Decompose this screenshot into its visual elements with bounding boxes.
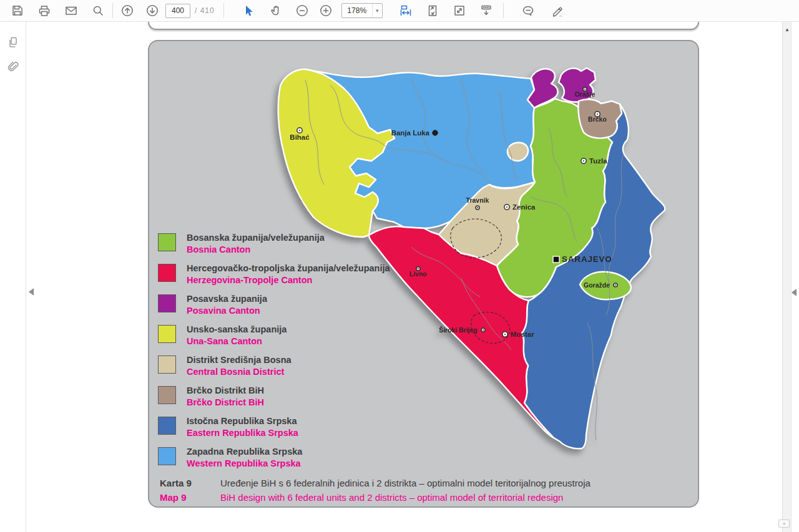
minus-circle-icon bbox=[295, 4, 309, 17]
toolbar-separator bbox=[503, 3, 504, 18]
city-marker-center bbox=[615, 284, 616, 286]
map-figure-panel: BihaćBanja LukaOrašjeBrčkoTuzlaTravnikZe… bbox=[148, 40, 699, 508]
legend-label-en: Western Republika Srpska bbox=[187, 458, 302, 470]
zoom-level-value: 178% bbox=[342, 6, 372, 15]
collapse-arrow-right[interactable] bbox=[792, 289, 797, 296]
fit-width-icon bbox=[399, 4, 413, 17]
email-icon bbox=[64, 4, 78, 17]
legend-row: Unsko-sanska županijaUna-Sana Canton bbox=[158, 324, 420, 347]
city-label: SARAJEVO bbox=[562, 254, 612, 264]
select-tool-button[interactable] bbox=[239, 1, 258, 20]
hand-icon bbox=[269, 4, 283, 17]
fit-page-icon bbox=[426, 4, 439, 17]
pages-panel-button[interactable] bbox=[0, 32, 26, 53]
city-marker-center bbox=[506, 206, 507, 208]
city-tuzla: Tuzla bbox=[581, 157, 607, 165]
city-marker-dot bbox=[433, 130, 438, 136]
city-marker-center bbox=[477, 207, 478, 208]
city-label: Travnik bbox=[466, 196, 489, 204]
chevron-down-icon: ▼ bbox=[372, 4, 382, 17]
city-label: Brčko bbox=[588, 115, 607, 123]
legend-swatch-bosnia_canton bbox=[158, 233, 176, 251]
city-label: Široki Brijeg bbox=[439, 326, 478, 334]
city-label: Banja Luka bbox=[391, 129, 430, 137]
legend-label-hr: Hercegovačko-tropoljska županija/veležup… bbox=[187, 263, 390, 274]
attachments-panel-button[interactable] bbox=[0, 56, 26, 77]
arrow-down-circle-icon bbox=[145, 4, 159, 17]
legend-row: Bosanska županija/veležupanijaBosnia Can… bbox=[158, 232, 420, 256]
print-icon bbox=[37, 4, 51, 17]
document-area[interactable]: BihaćBanja LukaOrašjeBrčkoTuzlaTravnikZe… bbox=[27, 22, 782, 532]
legend-row: Distrikt Središnja BosnaCentral Bosnia D… bbox=[158, 354, 420, 378]
page-count-label: / 410 bbox=[195, 6, 215, 15]
search-icon bbox=[91, 4, 105, 17]
city-marker-center bbox=[597, 114, 598, 115]
legend-label-hr: Istočna Republika Srpska bbox=[187, 415, 298, 427]
hand-tool-button[interactable] bbox=[267, 1, 285, 20]
city-marker-center bbox=[584, 89, 586, 90]
highlight-button[interactable] bbox=[547, 1, 566, 20]
caption-label-hr: Karta 9 bbox=[160, 476, 220, 490]
zoom-in-button[interactable] bbox=[316, 1, 335, 20]
legend-swatch-western_rs bbox=[158, 447, 176, 465]
toolbar-separator bbox=[112, 3, 113, 18]
legend-row: Brčko Distrikt BiHBrčko District BiH bbox=[158, 385, 420, 409]
toolbar-collapse-icon bbox=[479, 4, 493, 17]
city-marker-center bbox=[504, 334, 506, 335]
legend-label-en: Posavina Canton bbox=[187, 305, 267, 317]
legend-label-hr: Distrikt Središnja Bosna bbox=[187, 354, 292, 366]
vertical-scrollbar[interactable]: ▲ ≡ bbox=[782, 22, 792, 532]
legend-swatch-eastern_rs bbox=[158, 417, 176, 435]
zoom-out-button[interactable] bbox=[293, 1, 311, 20]
previous-page-button[interactable] bbox=[118, 1, 137, 20]
fit-page-button[interactable] bbox=[423, 1, 442, 20]
city-marker-center bbox=[583, 160, 584, 162]
legend-label-en: Central Bosnia District bbox=[187, 366, 292, 378]
collapse-arrow-left[interactable] bbox=[29, 288, 34, 296]
caption-text-en: BiH design with 6 federal units and 2 di… bbox=[220, 490, 563, 505]
paperclip-icon bbox=[6, 59, 20, 73]
comment-button[interactable] bbox=[519, 1, 537, 20]
legend-row: Zapadna Republika SrpskaWestern Republik… bbox=[158, 446, 420, 470]
actual-size-button[interactable] bbox=[450, 1, 469, 20]
map-legend: Bosanska županija/veležupanijaBosnia Can… bbox=[158, 232, 420, 476]
actual-size-icon bbox=[453, 4, 466, 17]
legend-row: Posavska županijaPosavina Canton bbox=[158, 293, 420, 317]
legend-label-en: Eastern Republika Srpska bbox=[187, 427, 298, 439]
search-button[interactable] bbox=[89, 1, 107, 20]
toolbar-separator bbox=[223, 3, 224, 18]
page-number-input[interactable] bbox=[165, 4, 190, 18]
legend-row: Istočna Republika SrpskaEastern Republik… bbox=[158, 415, 420, 439]
zoom-level-select[interactable]: 178% ▼ bbox=[341, 3, 383, 18]
legend-label-hr: Posavska županija bbox=[187, 293, 267, 305]
scroll-up-arrow[interactable]: ▲ bbox=[784, 27, 790, 33]
city-marker-square bbox=[553, 256, 559, 263]
fit-width-button[interactable] bbox=[396, 1, 415, 20]
caption-text-hr: Uređenje BiH s 6 federalnih jedinica i 2… bbox=[220, 476, 591, 490]
legend-label-hr: Unsko-sanska županija bbox=[187, 324, 287, 336]
map-region-central_bosnia bbox=[507, 143, 528, 162]
print-button[interactable] bbox=[35, 1, 54, 20]
pages-icon bbox=[6, 36, 20, 49]
city-label: Tuzla bbox=[589, 157, 607, 165]
scroll-options-button[interactable]: ≡ bbox=[778, 520, 790, 528]
email-button[interactable] bbox=[62, 1, 81, 20]
save-button[interactable] bbox=[8, 1, 27, 20]
city-label: Bihać bbox=[290, 133, 310, 141]
previous-figure-edge bbox=[148, 22, 699, 30]
pdf-toolbar: / 410 178% ▼ bbox=[0, 0, 799, 22]
hide-toolbar-button[interactable] bbox=[477, 1, 496, 20]
legend-swatch-herzegovina_tropolje bbox=[158, 264, 176, 282]
city-label: Orašje bbox=[575, 90, 596, 98]
legend-swatch-central_bosnia bbox=[158, 355, 176, 374]
legend-row: Hercegovačko-tropoljska županija/veležup… bbox=[158, 263, 420, 286]
legend-swatch-brcko bbox=[158, 386, 176, 404]
next-page-button[interactable] bbox=[143, 1, 162, 20]
comment-bubble-icon bbox=[521, 4, 535, 17]
city-marker-center bbox=[483, 329, 484, 331]
legend-swatch-una_sana bbox=[158, 325, 176, 343]
legend-label-hr: Zapadna Republika Srpska bbox=[187, 446, 302, 458]
caption-label-en: Map 9 bbox=[160, 490, 220, 505]
save-icon bbox=[11, 4, 24, 17]
legend-label-en: Herzegovina-Tropolje Canton bbox=[187, 274, 390, 286]
